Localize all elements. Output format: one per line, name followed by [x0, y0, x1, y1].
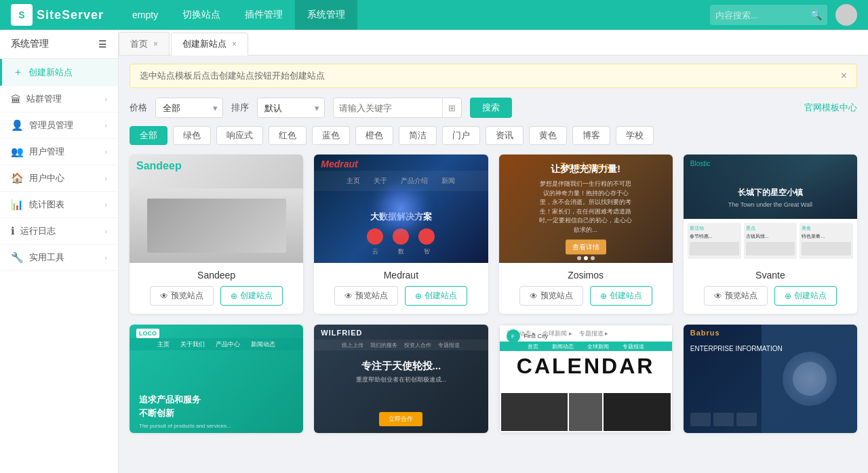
chevron-icon-2: › [104, 121, 107, 129]
sidebar-label-admin: 管理员管理 [29, 119, 104, 131]
preview-label-medraut: 预览站点 [355, 290, 388, 302]
tools-icon: 🔧 [11, 251, 24, 264]
sidebar-item-stats[interactable]: 📊 统计图表 › [0, 192, 118, 218]
top-navigation: S SiteServer empty 切换站点 插件管理 系统管理 🔍 [0, 0, 868, 30]
user-center-icon: 🏠 [11, 172, 24, 184]
preview-label-zosimos: 预览站点 [540, 290, 573, 302]
create-label-zosimos: 创建站点 [610, 290, 642, 302]
user-avatar[interactable] [835, 4, 857, 26]
price-select[interactable]: 全部 免费 付费 [155, 98, 223, 118]
chevron-icon-7: › [104, 253, 107, 262]
template-card-calendar: 新闻动态 ▸ 全球新闻 ▸ 专题报道 ▸ F First City 首页 新闻动… [499, 325, 673, 433]
template-thumb-medraut: Medraut 主页 关于 产品介绍 新闻 大数据解决方案 云 数 [314, 155, 488, 263]
search-button[interactable]: 搜索 [470, 98, 512, 118]
preview-button-svante[interactable]: 👁 预览站点 [704, 286, 768, 306]
tab-create-site-close[interactable]: × [232, 39, 237, 49]
nav-item-empty[interactable]: empty [120, 0, 170, 30]
admin-icon: 👤 [11, 119, 24, 131]
template-thumb-wilfried: WILFRIED 线上上传 我们的服务 投资人合作 专题报道 专注于天使轮投..… [314, 325, 488, 433]
preview-label-svante: 预览站点 [725, 290, 757, 302]
create-label-svante: 创建站点 [794, 290, 827, 302]
sidebar-label-user-manage: 用户管理 [29, 146, 104, 158]
sidebar-item-user-center[interactable]: 🏠 用户中心 › [0, 165, 118, 192]
sidebar-item-create-site[interactable]: ＋ 创建新站点 [0, 59, 118, 86]
notice-close-button[interactable]: × [841, 70, 847, 82]
template-actions-svante: 👁 预览站点 ⊕ 创建站点 [684, 286, 857, 314]
sidebar-label-site-group: 站群管理 [26, 93, 104, 105]
sidebar-item-tools[interactable]: 🔧 实用工具 › [0, 245, 118, 271]
tag-responsive[interactable]: 响应式 [216, 126, 263, 145]
create-button-svante[interactable]: ⊕ 创建站点 [774, 286, 837, 306]
template-grid: Sandeep Sandeep 👁 预览站点 ⊕ 创建站点 [130, 155, 857, 433]
nav-item-switch-site[interactable]: 切换站点 [170, 0, 233, 30]
template-card-zosimos: Zosimos 让梦想充满力量! 梦想是伴随我们一生行程的不可思议的神奇力量！抱… [499, 155, 673, 314]
main-content: 选中站点模板后点击创建站点按钮开始创建站点 × 价格 全部 免费 付费 排序 默… [119, 56, 868, 473]
keyword-search-icon[interactable]: ⊞ [442, 98, 461, 117]
tag-news[interactable]: 资讯 [486, 126, 524, 145]
tab-create-site[interactable]: 创建新站点 × [171, 33, 248, 56]
preview-label-sandeep: 预览站点 [171, 290, 203, 302]
create-button-medraut[interactable]: ⊕ 创建站点 [405, 286, 467, 306]
template-thumb-calendar: 新闻动态 ▸ 全球新闻 ▸ 专题报道 ▸ F First City 首页 新闻动… [499, 325, 673, 433]
eye-icon-4: 👁 [714, 291, 722, 301]
tag-orange[interactable]: 橙色 [355, 126, 393, 145]
sidebar-item-site-group[interactable]: 🏛 站群管理 › [0, 86, 118, 112]
nav-item-system[interactable]: 系统管理 [295, 0, 357, 30]
top-search-box[interactable]: 🔍 [710, 5, 827, 25]
top-search-input[interactable] [715, 10, 810, 20]
tag-portal[interactable]: 门户 [442, 126, 480, 145]
preview-button-sandeep[interactable]: 👁 预览站点 [150, 286, 214, 306]
tag-blue[interactable]: 蓝色 [312, 126, 350, 145]
sort-select[interactable]: 默认 最新 最热 [257, 98, 325, 118]
tag-red[interactable]: 红色 [269, 126, 307, 145]
sort-label: 排序 [231, 102, 249, 114]
template-card-loco: LOCO 主页 关于我们 产品中心 新闻动态 追求产品和服务不断创新 The p… [130, 325, 303, 433]
chevron-icon-6: › [104, 227, 107, 235]
template-card-sandeep: Sandeep Sandeep 👁 预览站点 ⊕ 创建站点 [130, 155, 303, 314]
sidebar-header: 系统管理 ☰ [0, 30, 118, 59]
tag-blog[interactable]: 博客 [572, 126, 610, 145]
template-card-wilfried: WILFRIED 线上上传 我们的服务 投资人合作 专题报道 专注于天使轮投..… [314, 325, 488, 433]
logo-icon: S [11, 4, 33, 26]
tab-bar: 首页 × 创建新站点 × [119, 30, 868, 56]
sidebar-label-logs: 运行日志 [20, 225, 104, 237]
tag-simple[interactable]: 简洁 [399, 126, 437, 145]
eye-icon: 👁 [160, 291, 168, 301]
sidebar-item-user-manage[interactable]: 👥 用户管理 › [0, 139, 118, 165]
plus-icon: ＋ [13, 66, 23, 79]
template-thumb-sandeep: Sandeep [130, 155, 303, 263]
preview-button-zosimos[interactable]: 👁 预览站点 [519, 286, 583, 306]
sidebar-title: 系统管理 [11, 38, 49, 50]
tab-home[interactable]: 首页 × [119, 32, 170, 55]
eye-icon-2: 👁 [344, 291, 353, 301]
keyword-search-input[interactable] [334, 103, 442, 113]
user-manage-icon: 👥 [11, 146, 24, 158]
keyword-search-box: ⊞ [333, 98, 462, 118]
create-button-sandeep[interactable]: ⊕ 创建站点 [220, 286, 283, 306]
nav-item-plugins[interactable]: 插件管理 [233, 0, 295, 30]
template-actions-sandeep: 👁 预览站点 ⊕ 创建站点 [130, 286, 303, 314]
create-button-zosimos[interactable]: ⊕ 创建站点 [590, 286, 652, 306]
official-template-link[interactable]: 官网模板中心 [804, 102, 857, 114]
logs-icon: ℹ [11, 225, 15, 237]
top-search-icon[interactable]: 🔍 [810, 9, 822, 20]
tag-filter-row: 全部 绿色 响应式 红色 蓝色 橙色 简洁 门户 资讯 黄色 博客 学校 [130, 126, 857, 145]
template-name-svante: Svante [684, 263, 857, 286]
tag-yellow[interactable]: 黄色 [529, 126, 567, 145]
sidebar-menu-icon[interactable]: ☰ [98, 39, 107, 49]
template-actions-zosimos: 👁 预览站点 ⊕ 创建站点 [499, 286, 673, 314]
chevron-icon-3: › [104, 148, 107, 156]
template-card-svante: Blostic 长城下的星空小镇 The Town under the Grea… [684, 155, 857, 314]
eye-icon-3: 👁 [530, 291, 538, 301]
template-thumb-svante: Blostic 长城下的星空小镇 The Town under the Grea… [684, 155, 857, 263]
tag-all[interactable]: 全部 [130, 126, 167, 145]
tag-school[interactable]: 学校 [616, 126, 654, 145]
preview-button-medraut[interactable]: 👁 预览站点 [334, 286, 398, 306]
template-thumb-babrus: Babrus ENTERPRISE INFORMATION [684, 325, 857, 433]
sidebar-item-admin[interactable]: 👤 管理员管理 › [0, 112, 118, 139]
sidebar-item-logs[interactable]: ℹ 运行日志 › [0, 218, 118, 245]
tab-create-site-label: 创建新站点 [182, 38, 226, 50]
tab-home-close[interactable]: × [153, 39, 158, 49]
template-card-babrus: Babrus ENTERPRISE INFORMATION [684, 325, 857, 433]
tag-green[interactable]: 绿色 [173, 126, 211, 145]
